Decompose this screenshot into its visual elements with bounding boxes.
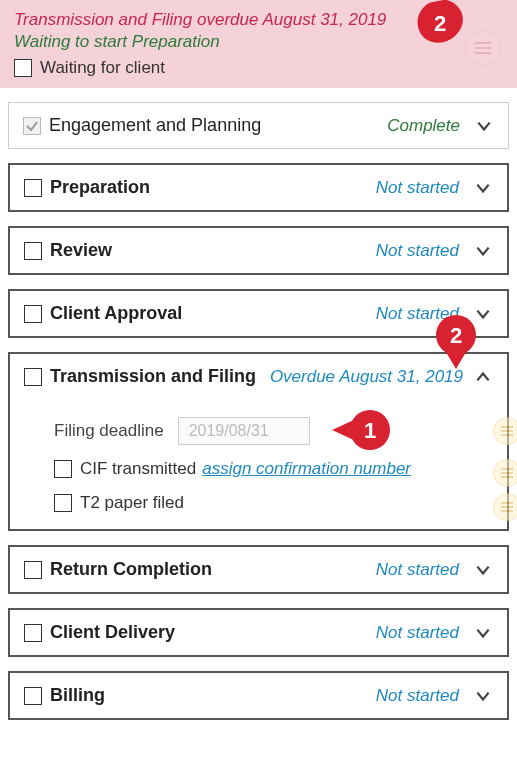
chevron-up-icon[interactable] [473,367,493,387]
return-completion-title: Return Completion [50,559,212,580]
transmission-body: Filing deadline 1 CIF transmitted assign… [10,399,507,529]
section-preparation: Preparation Not started [8,163,509,212]
memo-icon[interactable] [493,493,517,521]
return-completion-checkbox[interactable] [24,561,42,579]
section-header-review[interactable]: Review Not started [10,228,507,273]
section-header-engagement[interactable]: Engagement and Planning Complete [9,103,508,148]
filing-deadline-input[interactable] [178,417,310,445]
engagement-title: Engagement and Planning [49,115,261,136]
filing-deadline-row: Filing deadline 1 [54,417,487,445]
billing-checkbox[interactable] [24,687,42,705]
svg-text:1: 1 [364,418,376,443]
section-header-client-approval[interactable]: Client Approval Not started [10,291,507,336]
t2-paper-filed-checkbox[interactable] [54,494,72,512]
alert-overdue-text: Transmission and Filing overdue August 3… [14,10,503,30]
cif-transmitted-row: CIF transmitted assign confirmation numb… [54,459,487,479]
section-client-approval: Client Approval Not started 2 [8,289,509,338]
section-header-transmission[interactable]: Transmission and Filing Overdue August 3… [10,354,507,399]
return-completion-status: Not started [376,560,459,580]
chevron-down-icon[interactable] [473,560,493,580]
section-return-completion: Return Completion Not started [8,545,509,594]
chevron-down-icon[interactable] [473,178,493,198]
client-approval-title: Client Approval [50,303,182,324]
client-delivery-status: Not started [376,623,459,643]
section-transmission: Transmission and Filing Overdue August 3… [8,352,509,531]
client-delivery-checkbox[interactable] [24,624,42,642]
chevron-down-icon[interactable] [473,623,493,643]
memo-icon[interactable] [493,459,517,487]
t2-paper-filed-row: T2 paper filed [54,493,487,513]
waiting-for-client-label: Waiting for client [40,58,165,78]
callout-1: 1 [330,407,394,453]
waiting-for-client-row[interactable]: Waiting for client [14,58,503,78]
transmission-title: Transmission and Filing [50,366,256,387]
client-approval-status: Not started [376,304,459,324]
review-status: Not started [376,241,459,261]
transmission-checkbox[interactable] [24,368,42,386]
section-review: Review Not started [8,226,509,275]
preparation-status: Not started [376,178,459,198]
section-engagement: Engagement and Planning Complete [8,102,509,149]
cif-transmitted-label: CIF transmitted [80,459,196,479]
billing-status: Not started [376,686,459,706]
client-delivery-title: Client Delivery [50,622,175,643]
engagement-status: Complete [387,116,460,136]
billing-title: Billing [50,685,105,706]
chevron-down-icon[interactable] [473,304,493,324]
waiting-for-client-checkbox[interactable] [14,59,32,77]
section-header-return-completion[interactable]: Return Completion Not started [10,547,507,592]
review-checkbox[interactable] [24,242,42,260]
preparation-title: Preparation [50,177,150,198]
chevron-down-icon[interactable] [474,116,494,136]
chevron-down-icon[interactable] [473,241,493,261]
svg-point-4 [350,410,390,450]
section-header-billing[interactable]: Billing Not started [10,673,507,718]
client-approval-checkbox[interactable] [24,305,42,323]
assign-confirmation-link[interactable]: assign confirmation number [202,459,411,479]
cif-transmitted-checkbox[interactable] [54,460,72,478]
review-title: Review [50,240,112,261]
transmission-status: Overdue August 31, 2019 [270,367,463,387]
section-header-client-delivery[interactable]: Client Delivery Not started [10,610,507,655]
section-client-delivery: Client Delivery Not started [8,608,509,657]
memo-icon[interactable] [493,417,517,445]
alert-waiting-text: Waiting to start Preparation [14,32,503,52]
filing-deadline-label: Filing deadline [54,421,164,441]
memo-icon[interactable] [465,30,501,66]
section-billing: Billing Not started [8,671,509,720]
section-header-preparation[interactable]: Preparation Not started [10,165,507,210]
alert-banner: Transmission and Filing overdue August 3… [0,0,517,88]
chevron-down-icon[interactable] [473,686,493,706]
preparation-checkbox[interactable] [24,179,42,197]
t2-paper-filed-label: T2 paper filed [80,493,184,513]
engagement-checkbox[interactable] [23,117,41,135]
